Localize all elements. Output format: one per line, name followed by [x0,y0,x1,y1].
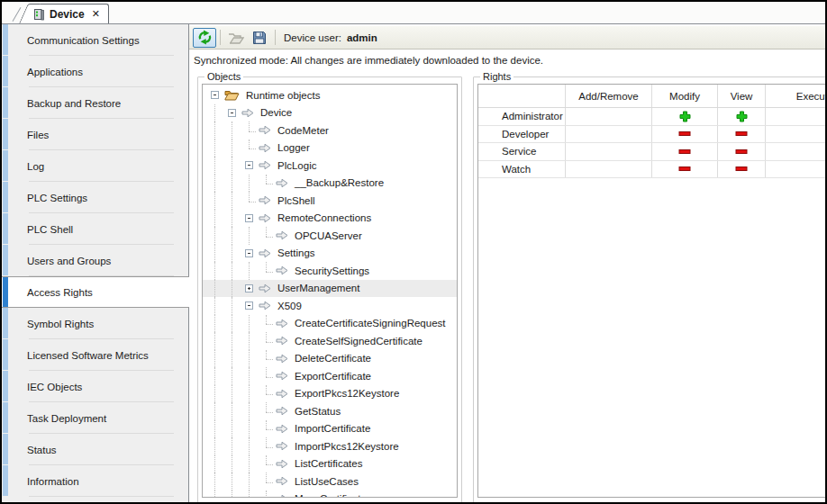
sidebar-item-applications[interactable]: Applications [2,56,188,87]
rights-cell-developer-add-remove[interactable] [565,126,651,143]
sidebar-item-plc-shell[interactable]: PLC Shell [2,213,188,245]
collapse-icon[interactable] [245,302,253,310]
sidebar-item-plc-settings[interactable]: PLC Settings [2,182,188,213]
tree-node-remoteconnections[interactable]: RemoteConnections [203,210,457,228]
rights-cell-administrator-modify[interactable] [651,108,717,125]
collapse-icon[interactable] [245,214,253,222]
tree-connector [258,472,275,490]
device-window: { "tab": { "title": "Device", "close_gly… [0,0,827,504]
tree-node-label: CreateSelfSignedCertificate [292,335,425,347]
tree-node-exportcertificate[interactable]: ExportCertificate [203,367,457,385]
arrow-icon [276,336,288,346]
tree-toggle-cell [241,245,258,263]
tree-guide [241,262,258,280]
tree-connector [258,227,275,245]
tree-node-securitysettings[interactable]: SecuritySettings [203,262,457,280]
tree-node-codemeter[interactable]: CodeMeter [203,122,457,140]
tree-node-createselfsignedcertificate[interactable]: CreateSelfSignedCertificate [203,332,457,350]
tree-node-plcshell[interactable]: PlcShell [203,192,457,210]
tree-node-logger[interactable]: Logger [203,140,457,158]
tree-node-opcuaserver[interactable]: OPCUAServer [203,227,457,245]
sidebar-item-information[interactable]: Information [2,465,188,497]
rights-cell-service-add-remove[interactable] [565,143,651,160]
tree-node-usermanagement[interactable]: UserManagement [203,280,457,298]
tree-connector [258,437,275,455]
sidebar-item-task-deployment[interactable]: Task Deployment [2,402,188,434]
sidebar-item-symbol-rights[interactable]: Symbol Rights [2,308,188,339]
tree-guide [206,104,223,122]
tree-node-label: __Backup&Restore [292,176,386,189]
tree-guide [206,402,223,420]
tree-connector [258,175,275,193]
tree-node-getstatus[interactable]: GetStatus [203,402,457,420]
rights-cell-developer-execute[interactable] [765,126,825,143]
sidebar-item-access-rights[interactable]: Access Rights [2,276,189,308]
rights-cell-service-view[interactable] [717,143,765,160]
rights-cell-service-execute[interactable] [765,143,825,160]
collapse-icon[interactable] [245,161,253,169]
tree-guide [206,245,223,263]
sidebar-item-iec-objects[interactable]: IEC Objects [2,371,188,402]
expand-icon[interactable] [245,284,253,292]
sidebar-item-backup-and-restore[interactable]: Backup and Restore [2,87,188,119]
sidebar-item-communication-settings[interactable]: Communication Settings [2,24,188,56]
tree-guide [223,210,241,228]
tree-node-createcertificatesigningrequest[interactable]: CreateCertificateSigningRequest [203,315,457,333]
device-user-value: admin [347,32,377,43]
rights-cell-watch-view[interactable] [717,161,765,178]
close-icon[interactable]: ✕ [92,8,100,20]
rights-cell-administrator-view[interactable] [717,108,765,125]
sidebar-item-log[interactable]: Log [2,150,188,182]
sidebar-item-label: Log [27,161,44,172]
tree-node-exportpkcs12keystore[interactable]: ExportPkcs12Keystore [203,385,457,403]
sidebar-item-label: Backup and Restore [27,98,121,109]
tree-node-movecertificate[interactable]: MoveCertificate [203,490,457,499]
sidebar-item-licensed-software-metrics[interactable]: Licensed Software Metrics [2,339,188,371]
rights-cell-watch-execute[interactable] [765,161,825,178]
tree-guide [223,420,241,438]
tree-node-importcertificate[interactable]: ImportCertificate [203,420,457,438]
sync-button[interactable] [193,28,216,48]
tree-toggle-cell [241,157,258,175]
tree-connector [258,490,275,499]
tree-guide [206,122,223,140]
collapse-icon[interactable] [228,109,236,117]
rights-cell-watch-add-remove[interactable] [565,161,651,178]
tree-node-backup-restore[interactable]: __Backup&Restore [203,175,457,193]
collapse-icon[interactable] [245,249,253,257]
tree-node-listcertificates[interactable]: ListCertificates [203,455,457,473]
rights-cell-developer-modify[interactable] [651,126,717,143]
tree-connector [258,367,275,385]
tree-node-deletecertificate[interactable]: DeleteCertificate [203,350,457,368]
sidebar-item-users-and-groups[interactable]: Users and Groups [2,245,188,276]
tree-guide [241,350,258,368]
rights-cell-developer-view[interactable] [717,126,765,143]
tree-guide [241,315,258,333]
tree-guide [241,332,258,350]
tree-guide [223,175,241,193]
collapse-icon[interactable] [211,91,219,99]
rights-cell-administrator-add-remove[interactable] [565,108,651,125]
objects-tree[interactable]: Runtime objectsDeviceCodeMeterLoggerPlcL… [202,84,458,498]
sidebar-item-files[interactable]: Files [2,119,188,150]
tree-node-plclogic[interactable]: PlcLogic [203,157,457,175]
rights-row-service: Service [478,143,825,161]
tree-node-settings[interactable]: Settings [203,245,457,263]
tree-node-device[interactable]: Device [203,104,457,122]
open-button[interactable] [224,28,248,48]
rights-cell-administrator-execute[interactable] [765,108,825,125]
tab-title: Device [50,8,85,21]
tree-node-label: Settings [275,247,318,259]
rights-cell-service-modify[interactable] [651,143,717,160]
tree-node-listusecases[interactable]: ListUseCases [203,472,457,490]
tab-device[interactable]: Device ✕ [30,4,109,23]
sidebar-item-label: PLC Settings [27,193,87,203]
tree-node-importpkcs12keystore[interactable]: ImportPkcs12Keystore [203,437,457,455]
toolbar: Device user: admin [189,26,825,50]
tree-guide [241,420,258,438]
tree-node-runtime-objects[interactable]: Runtime objects [203,86,457,104]
sidebar-item-status[interactable]: Status [2,434,188,465]
save-button[interactable] [248,28,271,48]
tree-node-x509[interactable]: X509 [203,297,457,315]
rights-cell-watch-modify[interactable] [651,161,717,178]
